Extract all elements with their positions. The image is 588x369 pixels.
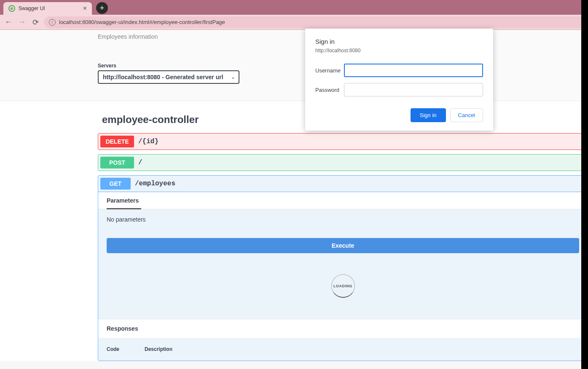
operation-delete[interactable]: DELETE /{id}: [98, 133, 588, 150]
endpoint-path: /: [138, 159, 142, 166]
new-tab-button[interactable]: +: [96, 2, 108, 14]
loading-spinner-icon: LOADING: [331, 274, 355, 298]
reload-button[interactable]: ⟳: [30, 17, 40, 27]
signin-button[interactable]: Sign in: [411, 108, 446, 122]
address-bar[interactable]: i localhost:8080/swagger-ui/index.html#/…: [44, 16, 585, 28]
browser-tab[interactable]: ⊕ Swagger UI ×: [3, 2, 92, 15]
dialog-title: Sign in: [315, 38, 483, 45]
col-description: Description: [145, 346, 172, 352]
back-button[interactable]: ←: [3, 17, 13, 27]
execute-button[interactable]: Execute: [107, 238, 579, 253]
cancel-button[interactable]: Cancel: [450, 108, 483, 122]
window-edge: [581, 0, 588, 369]
page-content: Employees information Servers http://loc…: [0, 30, 588, 369]
url-text: localhost:8080/swagger-ui/index.html#/em…: [59, 19, 225, 25]
col-code: Code: [107, 346, 119, 352]
browser-tab-strip: ⊕ Swagger UI × +: [0, 0, 588, 15]
no-parameters-text: No parameters: [98, 209, 588, 230]
site-info-icon[interactable]: i: [49, 19, 56, 26]
browser-nav-bar: ← → ⟳ i localhost:8080/swagger-ui/index.…: [0, 15, 588, 30]
operation-post[interactable]: POST /: [98, 154, 588, 171]
tab-title: Swagger UI: [19, 5, 45, 11]
parameters-tab[interactable]: Parameters: [98, 192, 588, 209]
password-label: Password: [315, 87, 344, 93]
method-badge-get: GET: [100, 178, 131, 190]
close-tab-icon[interactable]: ×: [83, 5, 87, 12]
endpoint-path: /{id}: [138, 138, 158, 145]
swagger-favicon-icon: ⊕: [8, 5, 15, 12]
method-badge-delete: DELETE: [100, 136, 134, 147]
username-input[interactable]: [344, 64, 483, 77]
operation-get: GET /employees Parameters No parameters …: [98, 175, 588, 361]
server-select[interactable]: http://localhost:8080 - Generated server…: [98, 70, 239, 84]
auth-dialog: Sign in http://localhost:8080 Username P…: [305, 29, 493, 131]
dialog-host: http://localhost:8080: [315, 48, 483, 53]
responses-columns: Code Description: [98, 338, 588, 361]
password-input[interactable]: [344, 83, 483, 96]
responses-heading: Responses: [98, 319, 588, 338]
username-label: Username: [315, 67, 344, 74]
forward-button[interactable]: →: [17, 17, 27, 27]
operation-get-summary[interactable]: GET /employees: [98, 176, 588, 192]
endpoint-path: /employees: [135, 180, 175, 187]
method-badge-post: POST: [100, 157, 134, 168]
